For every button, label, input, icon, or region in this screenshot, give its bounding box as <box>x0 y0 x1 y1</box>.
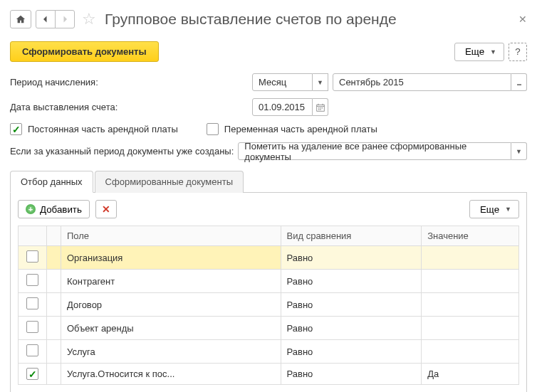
arrow-right-icon <box>61 15 69 23</box>
existing-docs-label: Если за указанный период документы уже с… <box>10 146 234 157</box>
add-button[interactable]: + Добавить <box>18 200 90 218</box>
page-title: Групповое выставление счетов по аренде <box>105 11 397 28</box>
chevron-down-icon: ▼ <box>505 206 511 213</box>
home-button[interactable] <box>10 10 31 28</box>
period-label: Период начисления: <box>10 77 252 88</box>
row-value[interactable] <box>422 293 519 317</box>
row-spacer <box>47 364 61 385</box>
add-label: Добавить <box>40 204 82 215</box>
more-label: Еще <box>480 204 499 215</box>
date-picker-button[interactable] <box>313 98 328 116</box>
svg-point-4 <box>318 109 320 110</box>
rent-parts-row: Постоянная часть арендной платы Переменн… <box>10 123 527 135</box>
close-button[interactable]: ✕ <box>518 14 527 25</box>
svg-point-2 <box>320 107 321 109</box>
existing-docs-row: Если за указанный период документы уже с… <box>10 142 527 160</box>
col-spacer <box>47 226 61 246</box>
panel-toolbar: + Добавить ✕ Еще ▼ <box>18 200 519 218</box>
tab-documents[interactable]: Сформированные документы <box>95 171 244 193</box>
col-value[interactable]: Значение <box>422 226 519 246</box>
row-compare[interactable]: Равно <box>281 293 422 317</box>
row-value[interactable] <box>422 246 519 270</box>
variable-part-label: Переменная часть арендной платы <box>224 124 377 134</box>
row-field[interactable]: Услуга <box>61 340 281 364</box>
period-value-picker[interactable]: ... <box>511 73 527 91</box>
row-checkbox[interactable] <box>26 321 38 333</box>
chevron-down-icon: ▼ <box>490 48 496 55</box>
row-spacer <box>47 340 61 364</box>
row-value[interactable]: Да <box>422 364 519 385</box>
row-value[interactable] <box>422 340 519 364</box>
calendar-icon <box>316 103 325 112</box>
row-checkbox[interactable] <box>26 274 38 286</box>
row-field[interactable]: Объект аренды <box>61 317 281 340</box>
svg-point-3 <box>321 107 323 109</box>
x-icon: ✕ <box>102 203 110 215</box>
favorite-star-icon[interactable]: ☆ <box>82 11 96 27</box>
chevron-down-icon: ▼ <box>317 79 323 86</box>
row-checkbox[interactable] <box>26 368 38 380</box>
tab-filter[interactable]: Отбор данных <box>10 171 93 193</box>
chevron-down-icon: ▼ <box>516 148 522 155</box>
row-spacer <box>47 270 61 293</box>
date-label: Дата выставления счета: <box>10 102 252 112</box>
more-button-top[interactable]: Еще ▼ <box>454 43 504 61</box>
arrow-left-icon <box>41 15 50 23</box>
table-row[interactable]: УслугаРавно <box>19 340 519 364</box>
header-bar: ☆ Групповое выставление счетов по аренде… <box>10 10 527 28</box>
col-compare[interactable]: Вид сравнения <box>281 226 422 246</box>
tabs: Отбор данных Сформированные документы <box>10 170 527 193</box>
row-checkbox[interactable] <box>26 297 38 309</box>
filter-grid: Поле Вид сравнения Значение ОрганизацияР… <box>18 226 519 385</box>
svg-point-5 <box>320 109 321 110</box>
home-icon <box>16 14 26 24</box>
row-compare[interactable]: Равно <box>281 246 422 270</box>
row-compare[interactable]: Равно <box>281 364 422 385</box>
row-field[interactable]: Договор <box>61 293 281 317</box>
table-row[interactable]: Услуга.Относится к пос...РавноДа <box>19 364 519 385</box>
row-compare[interactable]: Равно <box>281 317 422 340</box>
ellipsis-icon: ... <box>516 78 521 87</box>
table-row[interactable]: КонтрагентРавно <box>19 270 519 293</box>
row-compare[interactable]: Равно <box>281 340 422 364</box>
forward-button[interactable] <box>55 10 75 28</box>
back-button[interactable] <box>36 10 56 28</box>
row-field[interactable]: Услуга.Относится к пос... <box>61 364 281 385</box>
filter-panel: + Добавить ✕ Еще ▼ Поле Вид сравнения Зн… <box>10 193 527 392</box>
generate-documents-button[interactable]: Сформировать документы <box>10 41 159 62</box>
more-label: Еще <box>465 46 484 57</box>
row-checkbox[interactable] <box>26 344 38 356</box>
period-mode-dropdown[interactable]: ▼ <box>313 73 328 91</box>
table-row[interactable]: ДоговорРавно <box>19 293 519 317</box>
svg-point-1 <box>318 107 320 109</box>
row-value[interactable] <box>422 270 519 293</box>
existing-docs-dropdown[interactable]: ▼ <box>511 142 527 160</box>
date-input[interactable]: 01.09.2015 <box>252 98 313 116</box>
row-spacer <box>47 246 61 270</box>
row-spacer <box>47 293 61 317</box>
more-button-panel[interactable]: Еще ▼ <box>469 200 519 218</box>
actions-row: Сформировать документы Еще ▼ ? <box>10 41 527 62</box>
help-button[interactable]: ? <box>509 43 527 61</box>
date-row: Дата выставления счета: 01.09.2015 <box>10 98 527 116</box>
period-value-input[interactable]: Сентябрь 2015 <box>333 73 511 91</box>
period-row: Период начисления: Месяц ▼ Сентябрь 2015… <box>10 73 527 91</box>
row-compare[interactable]: Равно <box>281 270 422 293</box>
row-field[interactable]: Организация <box>61 246 281 270</box>
delete-button[interactable]: ✕ <box>95 200 117 218</box>
row-field[interactable]: Контрагент <box>61 270 281 293</box>
table-row[interactable]: ОрганизацияРавно <box>19 246 519 270</box>
existing-docs-select[interactable]: Пометить на удаление все ранее сформиров… <box>238 142 511 160</box>
variable-part-checkbox[interactable] <box>207 123 219 135</box>
table-row[interactable]: Объект арендыРавно <box>19 317 519 340</box>
col-checkbox <box>19 226 47 246</box>
col-field[interactable]: Поле <box>61 226 281 246</box>
constant-part-label: Постоянная часть арендной платы <box>28 124 178 134</box>
period-mode-select[interactable]: Месяц <box>252 73 313 91</box>
row-checkbox[interactable] <box>26 250 38 263</box>
row-spacer <box>47 317 61 340</box>
plus-icon: + <box>26 204 36 214</box>
constant-part-checkbox[interactable] <box>10 123 22 135</box>
row-value[interactable] <box>422 317 519 340</box>
